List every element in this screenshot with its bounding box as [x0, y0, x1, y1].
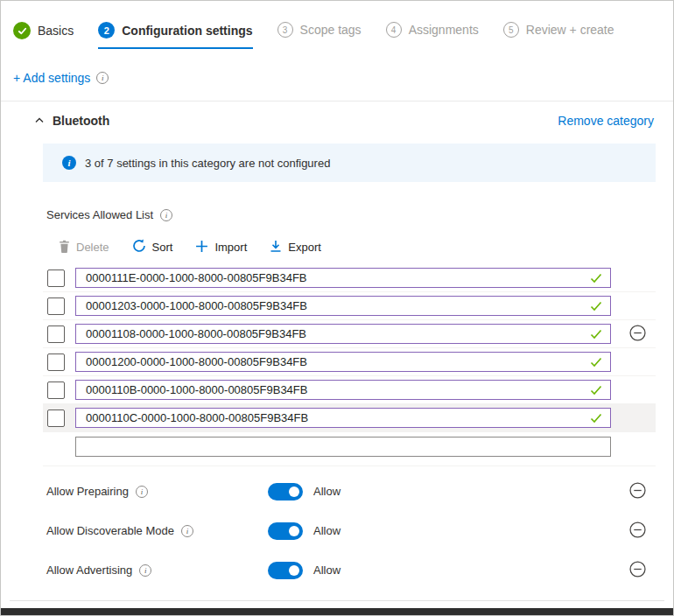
- info-filled-icon: i: [62, 156, 76, 170]
- add-settings-link[interactable]: + Add settings: [13, 71, 90, 85]
- info-icon[interactable]: i: [139, 564, 151, 577]
- allow-toggle[interactable]: [268, 483, 303, 500]
- step-number-badge: 5: [503, 22, 519, 38]
- services-allowed-list-label-row: Services Allowed List i: [46, 208, 673, 221]
- guid-input[interactable]: [76, 409, 610, 427]
- add-settings-row: + Add settings i: [13, 71, 673, 85]
- toggle-state-label: Allow: [313, 524, 341, 537]
- guid-input[interactable]: [76, 325, 610, 343]
- category-title: Bluetooth: [53, 114, 109, 128]
- info-icon[interactable]: i: [181, 525, 193, 537]
- step-review-create[interactable]: 5 Review + create: [503, 22, 614, 48]
- remove-setting-button[interactable]: [629, 561, 646, 580]
- minus-circle-icon: [629, 325, 646, 344]
- guid-input-wrap: [75, 324, 611, 344]
- list-item: [43, 348, 656, 376]
- setting-label-group: Allow Advertising i: [46, 564, 268, 577]
- minus-circle-icon: [629, 522, 646, 541]
- step-label: Scope tags: [300, 23, 362, 37]
- info-icon[interactable]: i: [96, 72, 109, 84]
- export-button[interactable]: Export: [270, 240, 321, 256]
- delete-button[interactable]: Delete: [59, 240, 109, 256]
- list-item: [43, 292, 656, 320]
- guid-input[interactable]: [76, 269, 610, 287]
- valid-check-icon: [590, 273, 602, 284]
- valid-check-icon: [590, 357, 602, 368]
- guid-input-wrap: [75, 380, 611, 400]
- category-header: Bluetooth Remove category: [1, 102, 673, 128]
- list-toolbar: Delete Sort Import Export: [59, 239, 673, 256]
- export-label: Export: [288, 241, 321, 254]
- guid-input-wrap: [75, 268, 611, 288]
- sort-button[interactable]: Sort: [132, 239, 173, 256]
- row-checkbox[interactable]: [47, 382, 65, 399]
- remove-setting-button[interactable]: [629, 325, 646, 344]
- new-entry-input-wrap: [75, 437, 611, 457]
- allow-toggle[interactable]: [268, 562, 303, 579]
- setting-name: Allow Prepairing: [46, 485, 129, 498]
- setting-label-group: Allow Discoverable Mode i: [46, 524, 268, 537]
- row-checkbox[interactable]: [47, 410, 65, 427]
- new-entry-input[interactable]: [76, 438, 610, 456]
- step-basics[interactable]: Basics: [13, 22, 74, 50]
- remove-setting-button[interactable]: [629, 482, 646, 501]
- minus-circle-icon: [629, 482, 646, 501]
- list-item: [43, 264, 656, 292]
- import-button[interactable]: Import: [195, 240, 247, 256]
- step-assignments[interactable]: 4 Assignments: [386, 22, 479, 48]
- step-number-badge: 2: [98, 22, 115, 38]
- chevron-up-icon[interactable]: [34, 116, 45, 126]
- row-checkbox[interactable]: [47, 298, 65, 315]
- guid-input-wrap: [75, 296, 611, 316]
- valid-check-icon: [590, 413, 602, 424]
- guid-input-wrap: [75, 408, 611, 428]
- step-label: Assignments: [409, 23, 479, 37]
- section-divider: [43, 466, 656, 466]
- guid-input[interactable]: [76, 353, 610, 371]
- wizard-stepper: Basics 2 Configuration settings 3 Scope …: [1, 1, 673, 50]
- bottom-bar: [1, 608, 673, 615]
- sort-refresh-icon: [132, 239, 146, 256]
- step-number-badge: 4: [386, 22, 402, 38]
- valid-check-icon: [590, 301, 602, 312]
- delete-label: Delete: [76, 241, 109, 254]
- setting-name: Allow Discoverable Mode: [46, 524, 174, 537]
- valid-check-icon: [590, 329, 602, 340]
- step-scope-tags[interactable]: 3 Scope tags: [277, 22, 362, 48]
- plus-icon: [195, 240, 208, 256]
- setting-row-allow-prepairing: Allow Prepairing i Allow: [46, 472, 656, 511]
- setting-name: Services Allowed List: [46, 208, 153, 221]
- setting-row-allow-discoverable-mode: Allow Discoverable Mode i Allow: [46, 511, 656, 550]
- guid-input[interactable]: [76, 381, 610, 399]
- remove-category-link[interactable]: Remove category: [558, 114, 654, 128]
- list-item-new: [43, 432, 656, 458]
- guid-input[interactable]: [76, 297, 610, 315]
- download-icon: [270, 240, 282, 256]
- allow-toggle[interactable]: [268, 522, 303, 540]
- list-item: [43, 320, 656, 348]
- toggle-knob: [289, 565, 299, 576]
- row-checkbox[interactable]: [47, 270, 65, 287]
- toggle-state-label: Allow: [313, 564, 341, 577]
- toggle-state-label: Allow: [313, 485, 341, 498]
- setting-label-group: Allow Prepairing i: [46, 485, 268, 498]
- bottom-divider: [10, 600, 664, 601]
- import-label: Import: [214, 241, 247, 254]
- step-number-badge: 3: [277, 22, 293, 38]
- category-section-bluetooth: Bluetooth Remove category i 3 of 7 setti…: [1, 101, 673, 590]
- valid-check-icon: [590, 385, 602, 396]
- step-label: Basics: [38, 24, 74, 38]
- minus-circle-icon: [629, 561, 646, 580]
- row-checkbox[interactable]: [47, 326, 65, 343]
- guid-input-wrap: [75, 352, 611, 372]
- list-item: [43, 404, 656, 432]
- row-checkbox[interactable]: [47, 354, 65, 371]
- sort-label: Sort: [152, 241, 173, 254]
- trash-icon: [59, 240, 70, 256]
- step-configuration-settings[interactable]: 2 Configuration settings: [98, 22, 252, 49]
- remove-setting-button[interactable]: [629, 522, 646, 541]
- configuration-settings-page: Basics 2 Configuration settings 3 Scope …: [0, 0, 674, 616]
- banner-text: 3 of 7 settings in this category are not…: [85, 157, 330, 170]
- info-icon[interactable]: i: [160, 209, 172, 221]
- info-icon[interactable]: i: [136, 486, 148, 498]
